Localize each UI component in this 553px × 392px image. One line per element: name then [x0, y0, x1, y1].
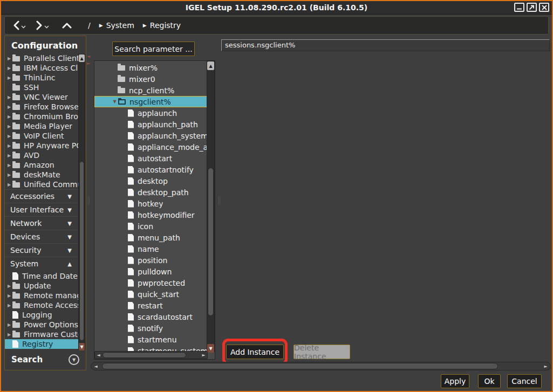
- scroll-right-icon[interactable]: ►: [200, 352, 207, 359]
- sidebar-scrollbar[interactable]: ▲ ▼: [78, 54, 85, 350]
- sidebar-section-devices[interactable]: Devices▼: [5, 230, 79, 243]
- scrollbar-thumb[interactable]: [79, 161, 84, 341]
- config-tree-item[interactable]: ▶Unified Commun: [5, 180, 79, 189]
- config-tree-item[interactable]: ▶Remote Access: [5, 300, 79, 310]
- expander-icon[interactable]: ▶: [6, 284, 12, 288]
- config-tree-item[interactable]: ▶Amazon: [5, 160, 79, 170]
- expander-icon[interactable]: ▶: [6, 114, 12, 119]
- maximize-button[interactable]: [527, 3, 537, 12]
- expander-icon[interactable]: ▶: [6, 95, 12, 100]
- config-tree-item[interactable]: ▶deskMate: [5, 170, 79, 180]
- scroll-up-icon[interactable]: ▲: [207, 61, 214, 70]
- sidebar-section-network[interactable]: Network▼: [5, 216, 79, 230]
- search-parameter-button[interactable]: Search parameter ...: [112, 42, 195, 56]
- registry-tree-item[interactable]: pulldown: [94, 266, 208, 277]
- config-tree-item[interactable]: ▶VNC Viewer: [5, 92, 79, 102]
- config-tree-item[interactable]: ▶Chromium Brows: [5, 112, 79, 121]
- expander-icon[interactable]: ▶: [6, 75, 12, 80]
- expander-icon[interactable]: ▶: [6, 143, 12, 148]
- registry-tree-item[interactable]: applaunch_path: [94, 119, 208, 130]
- expander-icon[interactable]: ▶: [6, 293, 12, 298]
- expander-icon[interactable]: ▶: [6, 134, 12, 139]
- up-level-button[interactable]: [62, 22, 72, 29]
- expander-icon[interactable]: ▶: [6, 332, 12, 337]
- registry-tree-item[interactable]: scardautostart: [94, 311, 208, 322]
- config-tree-item[interactable]: ▶Parallels Client: [5, 53, 79, 63]
- scroll-left-icon[interactable]: ◄: [92, 362, 99, 370]
- expander-icon[interactable]: ▶: [6, 163, 12, 168]
- expander-icon[interactable]: ▶: [6, 105, 12, 109]
- forward-history-dropdown[interactable]: [44, 25, 49, 29]
- registry-tree-item[interactable]: snotify: [94, 322, 208, 334]
- config-tree-item[interactable]: Time and Date: [5, 271, 79, 281]
- scroll-down-icon[interactable]: ▼: [79, 343, 85, 350]
- registry-tree-item[interactable]: startmenu: [94, 334, 208, 345]
- breadcrumb-root[interactable]: /: [88, 21, 91, 30]
- breadcrumb-system[interactable]: ▶ System: [99, 21, 134, 30]
- ok-button[interactable]: Ok: [478, 374, 501, 388]
- registry-tree-item[interactable]: restart: [94, 300, 208, 311]
- config-tree-item[interactable]: ▶Firmware Custo: [5, 329, 79, 339]
- sidebar-section-search[interactable]: Search ▼: [5, 352, 86, 367]
- config-tree-item[interactable]: ▶Media Player: [5, 121, 79, 131]
- sidebar-section-accessories[interactable]: Accessories▼: [5, 189, 79, 203]
- scroll-up-icon[interactable]: ▲: [79, 54, 85, 62]
- expander-icon[interactable]: ▶: [6, 56, 12, 61]
- registry-tree-item[interactable]: ▼nsgclient%: [94, 96, 208, 107]
- cancel-button[interactable]: Cancel: [507, 374, 542, 388]
- registry-tree-item[interactable]: desktop: [94, 175, 208, 187]
- registry-tree-item[interactable]: mixer0: [94, 73, 208, 85]
- collapse-left-icon[interactable]: ◄: [87, 54, 90, 59]
- registry-tree-item[interactable]: position: [94, 255, 208, 266]
- back-button[interactable]: [12, 20, 20, 30]
- registry-tree-item[interactable]: name: [94, 243, 208, 255]
- add-instance-button[interactable]: Add Instance: [226, 345, 284, 359]
- registry-tree-item[interactable]: ncp_client%: [94, 85, 208, 96]
- registry-tree-item[interactable]: autostart: [94, 153, 208, 164]
- config-tree-item[interactable]: Registry: [5, 339, 79, 349]
- back-history-dropdown[interactable]: [21, 25, 26, 29]
- registry-tree-item[interactable]: applaunch_system: [94, 130, 208, 141]
- scroll-right-icon[interactable]: ►: [542, 362, 549, 370]
- scroll-down-icon[interactable]: ▼: [207, 344, 214, 353]
- scrollbar-thumb[interactable]: [103, 352, 186, 358]
- sidebar-section-user-interface[interactable]: User Interface▼: [5, 203, 79, 216]
- apply-button[interactable]: Apply: [441, 374, 469, 388]
- scrollbar-thumb[interactable]: [102, 363, 498, 369]
- sidebar-section-security[interactable]: Security▼: [5, 243, 79, 257]
- sidebar-section-system[interactable]: System▲: [5, 257, 79, 270]
- registry-tree-item[interactable]: quick_start: [94, 288, 208, 300]
- registry-tree-item[interactable]: pwprotected: [94, 277, 208, 288]
- registry-tree-item[interactable]: menu_path: [94, 232, 208, 243]
- sidebar-splitter[interactable]: ◄ ►: [86, 36, 92, 370]
- panel-splitter[interactable]: [217, 36, 221, 370]
- config-tree-item[interactable]: ▶IBM iAccess Clien: [5, 63, 79, 73]
- expander-icon[interactable]: ▶: [6, 124, 12, 129]
- scroll-left-icon[interactable]: ◄: [95, 352, 102, 359]
- config-tree-item[interactable]: ▶Update: [5, 281, 79, 291]
- registry-tree-item[interactable]: hotkeymodifier: [94, 209, 208, 221]
- registry-tree-vertical-scrollbar[interactable]: ▲ ▼: [207, 61, 215, 352]
- splitter-grip[interactable]: [88, 196, 90, 205]
- scrollbar-thumb[interactable]: [208, 168, 214, 316]
- expander-icon[interactable]: ▶: [6, 303, 12, 308]
- splitter-grip[interactable]: [219, 196, 220, 205]
- registry-tree-horizontal-scrollbar[interactable]: ◄ ►: [94, 351, 208, 359]
- config-tree-item[interactable]: ▶ThinLinc: [5, 73, 79, 82]
- content-horizontal-scrollbar[interactable]: ◄ ►: [91, 362, 551, 370]
- config-tree-item[interactable]: ▶AVD: [5, 150, 79, 160]
- expander-open-icon[interactable]: ▼: [111, 99, 118, 104]
- forward-button[interactable]: [36, 20, 43, 30]
- config-tree-item[interactable]: ▶Power Options: [5, 320, 79, 329]
- registry-tree-item[interactable]: desktop_path: [94, 187, 208, 198]
- config-tree-item[interactable]: ▶Firefox Browser: [5, 102, 79, 112]
- registry-tree-item[interactable]: icon: [94, 221, 208, 232]
- registry-tree-item[interactable]: autostartnotify: [94, 164, 208, 175]
- minimize-button[interactable]: [514, 3, 524, 12]
- close-button[interactable]: [539, 3, 549, 12]
- registry-tree-item[interactable]: mixer%: [94, 62, 208, 73]
- config-tree-item[interactable]: ▶VoIP Client: [5, 131, 79, 141]
- expander-icon[interactable]: ▶: [6, 173, 12, 177]
- registry-tree-item[interactable]: hotkey: [94, 198, 208, 209]
- expander-icon[interactable]: ▶: [6, 182, 12, 187]
